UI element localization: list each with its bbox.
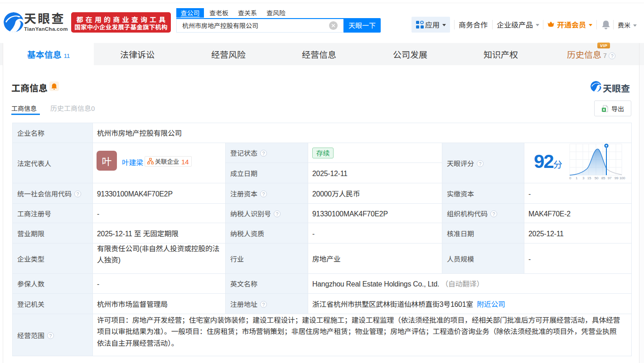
svg-text:3: 3 — [582, 175, 585, 180]
svg-text:0: 0 — [569, 175, 571, 180]
svg-text:15: 15 — [587, 175, 591, 180]
svg-text:100: 100 — [620, 175, 625, 180]
svg-text:50: 50 — [595, 175, 599, 180]
svg-text:97: 97 — [608, 175, 612, 180]
svg-text:85: 85 — [601, 175, 605, 180]
svg-text:1: 1 — [576, 175, 578, 180]
svg-text:99: 99 — [615, 175, 619, 180]
